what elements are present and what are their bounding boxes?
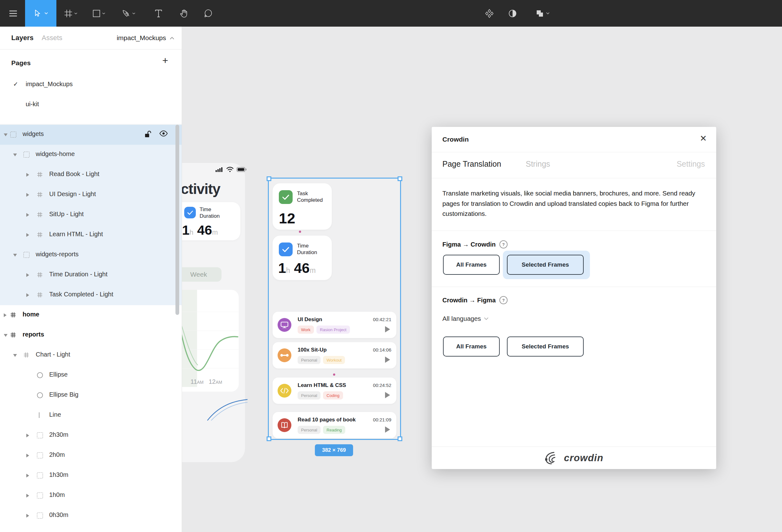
current-file-name[interactable]: impact_Mockups: [116, 34, 166, 42]
layer-row-1h0m[interactable]: 1h0m: [0, 486, 182, 506]
expand-arrow-icon[interactable]: [26, 454, 29, 457]
expand-arrow-icon[interactable]: [26, 213, 29, 217]
figma-to-crowdin-selected-frames-button[interactable]: Selected Frames: [507, 255, 584, 275]
mask-button[interactable]: [506, 0, 520, 27]
expand-arrow-icon[interactable]: [26, 273, 29, 277]
week-pill[interactable]: Week: [176, 267, 221, 282]
tab-layers[interactable]: Layers: [11, 34, 34, 42]
crowdin-swoosh-icon: [544, 451, 561, 465]
all-languages-dropdown[interactable]: All languages: [442, 315, 489, 322]
page-label: impact_Mockups: [26, 80, 73, 88]
main-menu-button[interactable]: [7, 0, 20, 27]
layer-row-task-completed-light[interactable]: Task Completed - Light: [0, 285, 182, 305]
boolean-ops-button[interactable]: [533, 0, 553, 27]
expand-arrow-icon[interactable]: [26, 494, 29, 498]
crowdin-logo: crowdin: [432, 447, 716, 469]
chevron-up-icon[interactable]: [170, 37, 174, 39]
divider: [432, 178, 716, 178]
tab-assets[interactable]: Assets: [42, 34, 62, 42]
check-icon: ✓: [13, 80, 18, 88]
layer-row-reports[interactable]: reports: [0, 325, 182, 345]
frame-tool-button[interactable]: [62, 0, 79, 27]
play-icon: [385, 326, 390, 332]
layer-row-time-duration-light[interactable]: Time Duration - Light: [0, 265, 182, 285]
collapse-arrow-icon[interactable]: [13, 254, 17, 257]
group-icon: [37, 432, 43, 438]
layer-row-2h30m[interactable]: 2h30m: [0, 425, 182, 446]
selection-size-badge: 382 × 769: [315, 444, 353, 456]
layer-label: Ellipse Big: [49, 391, 78, 398]
comment-tool-button[interactable]: [201, 0, 216, 27]
page-item-impact-mockups[interactable]: ✓ impact_Mockups: [0, 77, 182, 92]
text-tool-button[interactable]: [152, 0, 166, 27]
crowdin-to-figma-selected-frames-button[interactable]: Selected Frames: [507, 336, 584, 357]
expand-arrow-icon[interactable]: [26, 193, 29, 197]
component-icon: [485, 9, 494, 18]
move-tool-button[interactable]: [25, 0, 57, 27]
expand-arrow-icon[interactable]: [26, 514, 29, 518]
layer-row-line[interactable]: Line: [0, 405, 182, 425]
page-item-ui-kit[interactable]: ui-kit: [0, 97, 182, 112]
expand-arrow-icon[interactable]: [4, 313, 7, 317]
selection-handle-bottom-left[interactable]: [266, 436, 271, 441]
layer-row-ui-design-light[interactable]: UI Design - Light: [0, 185, 182, 205]
group-icon: [10, 132, 16, 138]
unlock-icon[interactable]: [144, 130, 152, 140]
card-label: Time Duration: [297, 243, 327, 256]
shape-tool-button[interactable]: [90, 0, 108, 27]
selection-handle-top-right[interactable]: [398, 176, 402, 181]
ellipse-icon: [37, 372, 43, 378]
collapse-arrow-icon[interactable]: [4, 134, 7, 136]
dialog-title: Crowdin: [442, 136, 469, 143]
task-tags: PersonalWorkout: [298, 356, 345, 364]
expand-arrow-icon[interactable]: [26, 293, 29, 297]
tab-settings[interactable]: Settings: [677, 159, 705, 169]
figma-to-crowdin-all-frames-button[interactable]: All Frames: [443, 255, 500, 275]
help-icon[interactable]: ?: [499, 296, 507, 304]
layer-row-widgets[interactable]: widgets: [0, 125, 182, 145]
collapse-arrow-icon[interactable]: [13, 153, 17, 156]
code-icon: [278, 384, 291, 398]
crowdin-plugin-dialog: Crowdin ✕ Page Translation Strings Setti…: [432, 127, 716, 469]
layer-row-1h30m[interactable]: 1h30m: [0, 466, 182, 486]
pen-tool-button[interactable]: [119, 0, 138, 27]
layer-row-read-book-light[interactable]: Read Book - Light: [0, 165, 182, 185]
layer-row-0h30m[interactable]: 0h30m: [0, 506, 182, 526]
component-button[interactable]: [483, 0, 496, 27]
collapse-arrow-icon[interactable]: [13, 354, 17, 357]
close-icon[interactable]: ✕: [700, 134, 707, 143]
tab-strings[interactable]: Strings: [526, 159, 550, 169]
expand-arrow-icon[interactable]: [26, 173, 29, 177]
expand-arrow-icon[interactable]: [26, 434, 29, 437]
visibility-eye-icon[interactable]: [159, 130, 168, 140]
collapse-arrow-icon[interactable]: [4, 334, 7, 337]
layer-row-situp-light[interactable]: SitUp - Light: [0, 205, 182, 225]
divider: [0, 124, 182, 125]
layer-row-widgets-home[interactable]: widgets-home: [0, 145, 182, 165]
hand-tool-button[interactable]: [176, 0, 191, 27]
layer-row-ellipse-big[interactable]: Ellipse Big: [0, 385, 182, 405]
check-icon: [184, 207, 196, 218]
layer-row-ellipse[interactable]: Ellipse: [0, 365, 182, 385]
layer-row-2h0m[interactable]: 2h0m: [0, 446, 182, 466]
expand-arrow-icon[interactable]: [26, 233, 29, 237]
help-icon[interactable]: ?: [499, 240, 507, 248]
tab-page-translation[interactable]: Page Translation: [442, 159, 501, 169]
layer-row-chart-light[interactable]: Chart - Light: [0, 345, 182, 365]
panel-scrollbar[interactable]: [175, 125, 179, 315]
status-bar: [216, 167, 247, 172]
selected-frame-widgets-reports[interactable]: Task Completed 12 Time Duration 1h 46m U…: [269, 179, 400, 439]
layer-row-learn-html-light[interactable]: Learn HTML - Light: [0, 225, 182, 245]
add-page-button[interactable]: +: [162, 56, 168, 66]
frame-icon: [37, 172, 43, 179]
layer-row-home[interactable]: home: [0, 305, 182, 325]
selection-handle-top-left[interactable]: [266, 176, 271, 181]
selection-handle-bottom-right[interactable]: [398, 436, 402, 441]
layer-row-actions: [144, 130, 168, 140]
expand-arrow-icon[interactable]: [26, 474, 29, 477]
task-elapsed-time: 00:21:09: [373, 417, 391, 422]
task-row-read-10-pages-of-book: Read 10 pages of bookPersonalReading00:2…: [273, 412, 396, 438]
layer-label: Ellipse: [49, 371, 68, 378]
layer-row-widgets-reports[interactable]: widgets-reports: [0, 245, 182, 265]
crowdin-to-figma-all-frames-button[interactable]: All Frames: [443, 336, 500, 357]
